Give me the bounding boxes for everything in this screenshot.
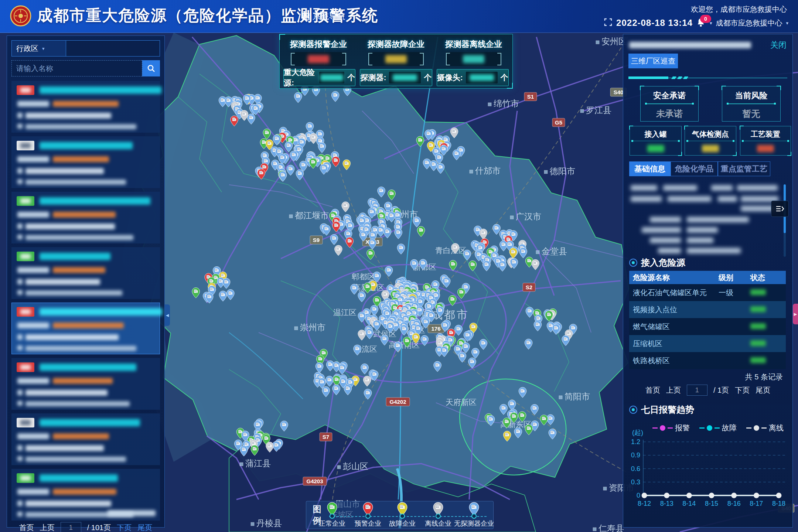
svg-text:S1: S1: [527, 93, 534, 100]
road-badge: G4202: [386, 398, 410, 406]
enterprise-list-item[interactable]: [11, 192, 160, 243]
enterprise-list-item[interactable]: [11, 303, 160, 354]
status-badge: [17, 473, 34, 483]
hazard-table-row[interactable]: 视频接入点位: [629, 301, 786, 318]
risk-level-redacted: [53, 267, 105, 273]
fullscreen-button[interactable]: [604, 18, 613, 28]
right-panel-collapse-handle[interactable]: ▶: [793, 304, 798, 324]
contact-redacted: [25, 279, 100, 285]
record-count: 共 5 条记录: [745, 372, 783, 382]
app: 安州区绵竹市罗江县什邡市德阳市广汉市金堂县彭州市都江堰市崇州市郫都区新都区青白江…: [0, 0, 798, 532]
svg-text:(起): (起): [632, 429, 643, 436]
address-redacted: [25, 290, 122, 296]
user-org-menu[interactable]: 成都市应急救援中心: [716, 18, 782, 28]
page-last-button[interactable]: 尾页: [137, 523, 152, 532]
contact-redacted: [25, 168, 104, 174]
enterprise-list-item[interactable]: [11, 136, 160, 188]
svg-text:8-15: 8-15: [705, 500, 718, 507]
enterprise-list-item[interactable]: [11, 247, 160, 299]
risk-level-redacted: [53, 433, 109, 439]
chevron-down-icon: ▾: [42, 46, 45, 51]
page-number-input[interactable]: [687, 385, 707, 396]
plant-3d-tour-button[interactable]: 三维厂区巡查: [628, 54, 678, 68]
contact-redacted: [25, 224, 115, 229]
enterprise-list-panel: 行政区 ▾ 首页 上页 / 101页 下页 尾页: [7, 35, 165, 528]
safety-commitment-value: 未承诺: [641, 108, 698, 120]
stat-fault-value: [368, 52, 424, 66]
tab-basic-info[interactable]: 基础信息: [629, 161, 671, 176]
enterprise-name-redacted: [40, 364, 136, 371]
risk-level-redacted: [53, 212, 116, 218]
page-first-button[interactable]: 首页: [645, 385, 660, 395]
safety-commitment-card: 安全承诺 未承诺: [640, 86, 699, 122]
road-badge: S9: [310, 236, 323, 244]
svg-text:8-17: 8-17: [750, 500, 763, 507]
current-risk-card: 当前风险 暂无: [722, 86, 781, 122]
trend-section-title: 七日报警趋势: [629, 404, 694, 416]
nav-system-menu[interactable]: 系统导航: [302, 11, 345, 22]
svg-text:G5: G5: [555, 119, 562, 126]
address-redacted: [25, 124, 136, 129]
chevron-down-icon[interactable]: ▾: [786, 20, 788, 26]
hazard-table-row[interactable]: 液化石油气储罐区单元一级: [629, 284, 786, 301]
enterprise-list-item[interactable]: [11, 413, 160, 465]
page-prev-button[interactable]: 上页: [666, 385, 681, 395]
page-last-button[interactable]: 尾页: [756, 385, 770, 395]
hazard-table-row[interactable]: 压缩机区: [629, 335, 786, 352]
risk-level-redacted: [53, 323, 124, 328]
district-filter-input[interactable]: [66, 40, 160, 57]
close-panel-button[interactable]: 关闭: [770, 40, 787, 51]
page-first-button[interactable]: 首页: [19, 523, 34, 532]
search-button[interactable]: [142, 60, 160, 76]
current-risk-value: 暂无: [722, 108, 780, 120]
notification-bell-icon[interactable]: 0: [696, 18, 706, 28]
page-next-button[interactable]: 下页: [117, 523, 132, 532]
map-city-label: 简阳市: [565, 392, 590, 401]
svg-text:0.6: 0.6: [631, 465, 640, 473]
welcome-text: 欢迎您，成都市应急救援中心: [691, 4, 787, 14]
hazard-table-row[interactable]: 燃气储罐区: [629, 318, 786, 335]
status-redacted: [750, 340, 766, 346]
gas-detection-points-box: 气体检测点: [685, 126, 736, 156]
map-city-label: 仁寿县: [598, 524, 624, 532]
legend-dashed-line: [329, 516, 487, 517]
svg-text:0.3: 0.3: [631, 478, 640, 486]
tab-hazardous-chemicals[interactable]: 危险化学品: [671, 161, 718, 176]
notification-badge: 0: [700, 15, 711, 23]
enterprise-name-redacted: [40, 142, 133, 149]
risk-level-redacted: [53, 489, 116, 495]
expand-info-button[interactable]: [771, 201, 789, 217]
contact-redacted: [25, 501, 111, 507]
enterprise-list-item[interactable]: [11, 358, 160, 410]
hazard-table-row[interactable]: 铁路栈桥区: [629, 352, 786, 369]
page-next-button[interactable]: 下页: [735, 385, 750, 395]
overview-stats-panel: 探测器报警企业 探测器故障企业 探测器离线企业 重大危险源: 个 探测器: 个: [279, 34, 513, 89]
total-hazard-sources: 重大危险源: 个: [283, 69, 355, 86]
nav-label: 系统导航: [313, 11, 345, 22]
table-header: 危险源名称 级别 状态: [629, 271, 786, 284]
map-city-label: 彭山区: [343, 461, 368, 471]
header: 成都市重大危险源（危险化学品）监测预警系统 系统导航 欢迎您，成都市应急救援中心…: [0, 0, 798, 33]
contact-redacted: [25, 334, 119, 340]
map-city-label: 德阳市: [549, 166, 575, 176]
address-redacted: [25, 401, 130, 406]
person-icon: [17, 113, 23, 118]
total-cameras: 摄像头: 个: [437, 69, 509, 86]
left-panel-collapse-handle[interactable]: ◀: [165, 304, 170, 326]
page-total: / 101页: [87, 523, 111, 532]
tab-key-supervised-process[interactable]: 重点监管工艺: [718, 161, 770, 176]
location-icon: [17, 179, 23, 184]
district-select[interactable]: 行政区 ▾: [11, 40, 66, 57]
page-prev-button[interactable]: 上页: [40, 523, 55, 532]
enterprise-list-item[interactable]: [11, 81, 160, 133]
total-detectors: 探测器: 个: [360, 69, 432, 86]
map-legend-bar: 图例 正常企业预警企业故障企业离线企业无探测器企业: [306, 501, 494, 529]
search-input[interactable]: [11, 60, 142, 76]
detail-tabs: 基础信息 危险化学品 重点监管工艺: [629, 161, 770, 176]
page-number-input[interactable]: [61, 522, 81, 532]
basic-info-redacted: [631, 183, 778, 255]
address-redacted: [25, 457, 126, 462]
status-badge: [17, 196, 34, 206]
map-city-label: 郫都区: [352, 272, 375, 281]
enterprise-title-redacted: [629, 42, 751, 48]
